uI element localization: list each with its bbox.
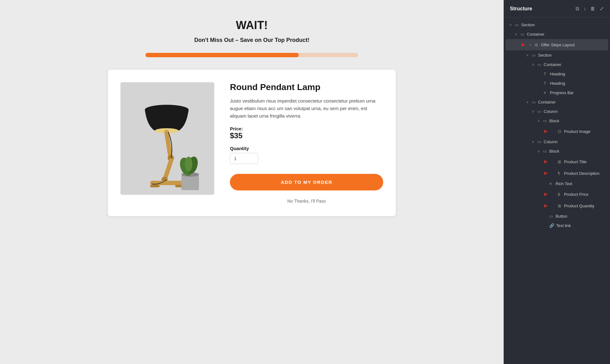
icon-product-quantity: ⊞ xyxy=(558,204,562,208)
product-title-text: Round Pendant Lamp xyxy=(230,82,383,92)
icon-block-2: ▭ xyxy=(543,149,547,154)
sidebar-header-icons: ⧉ ↓ 🗑 ⤢ xyxy=(576,6,604,12)
tree-item-product-title[interactable]: ➤⊞Product Title xyxy=(506,156,608,167)
red-arrow-product-quantity: ➤ xyxy=(543,202,548,209)
tree-item-section-2[interactable]: ∨▭Section xyxy=(506,51,608,60)
tree-item-block-1[interactable]: ∨▭Block xyxy=(506,116,608,125)
chevron-column-1: ∨ xyxy=(532,109,536,114)
label-block-1: Block xyxy=(549,119,559,123)
collapse-icon[interactable]: ⤢ xyxy=(600,6,604,12)
icon-block-1: ▭ xyxy=(543,119,547,123)
label-heading-2: Heading xyxy=(550,81,565,86)
icon-button: ▭ xyxy=(549,214,554,219)
tree-item-block-2[interactable]: ∨▭Block xyxy=(506,147,608,156)
tree-item-heading-1[interactable]: THeading xyxy=(506,69,608,78)
chevron-container-2: ∨ xyxy=(532,63,536,67)
product-info: Round Pendant Lamp Justo vestibulum risu… xyxy=(230,82,383,204)
tree-item-container-1[interactable]: ∨▭Container xyxy=(506,30,608,39)
price-value: $35 xyxy=(230,131,383,140)
tree-item-column-1[interactable]: ∨▭Column xyxy=(506,107,608,116)
icon-offer-steps: ⊞ xyxy=(535,43,539,47)
label-button: Button xyxy=(556,214,567,219)
red-arrow-product-image: ➤ xyxy=(543,128,548,135)
tree-item-container-2[interactable]: ∨▭Container xyxy=(506,60,608,69)
icon-product-price: $ xyxy=(558,192,562,197)
label-block-2: Block xyxy=(549,149,559,154)
chevron-block-1: ∨ xyxy=(537,119,541,123)
tree-item-product-description[interactable]: ➤¶Product Description xyxy=(506,168,608,179)
add-to-order-button[interactable]: ADD TO MY ORDER xyxy=(230,174,383,190)
delete-icon[interactable]: 🗑 xyxy=(590,6,595,12)
chevron-section-2: ∨ xyxy=(526,53,530,57)
copy-icon[interactable]: ⧉ xyxy=(576,6,579,12)
page-subtitle: Don't Miss Out – Save on Our Top Product… xyxy=(194,37,309,43)
label-product-description: Product Description xyxy=(564,171,599,176)
icon-section-2: ▭ xyxy=(532,53,536,58)
svg-point-15 xyxy=(185,157,192,172)
label-container-1: Container xyxy=(527,32,544,37)
icon-section-1: ▭ xyxy=(515,23,519,27)
red-arrow-offer-steps: ➤ xyxy=(521,41,525,48)
chevron-block-2: ∨ xyxy=(537,149,541,153)
price-section: Price: $35 xyxy=(230,126,383,142)
red-arrow-product-description: ➤ xyxy=(543,170,548,177)
chevron-section-1: ∨ xyxy=(509,23,513,27)
price-label: Price: xyxy=(230,126,383,131)
icon-rich-text: ≡ xyxy=(549,181,554,186)
progress-fill xyxy=(145,53,299,57)
label-container-3: Container xyxy=(538,100,556,104)
icon-progress-bar: ≡ xyxy=(544,90,548,95)
tree-item-button[interactable]: ▭Button xyxy=(506,212,608,221)
tree-item-product-quantity[interactable]: ➤⊞Product Quantity xyxy=(506,200,608,211)
no-thanks-link[interactable]: No Thanks, I'll Pass xyxy=(230,199,383,204)
tree-item-container-3[interactable]: ∨▭Container xyxy=(506,98,608,107)
label-product-price: Product Price xyxy=(564,192,588,197)
label-product-title: Product Title xyxy=(564,159,587,164)
tree: ∨▭Section∨▭Container➤∨⊞Offer Steps Layou… xyxy=(504,18,610,364)
progress-track xyxy=(145,53,358,57)
product-description-text: Justo vestibulum risus imperdiet consect… xyxy=(230,97,383,120)
tree-item-progress-bar[interactable]: ≡Progress Bar xyxy=(506,88,608,97)
chevron-offer-steps: ∨ xyxy=(529,43,533,47)
svg-rect-11 xyxy=(181,174,199,190)
icon-text-link: 🔗 xyxy=(549,223,554,228)
icon-container-1: ▭ xyxy=(521,32,525,37)
label-offer-steps: Offer Steps Layout xyxy=(541,43,575,47)
tree-item-section-1[interactable]: ∨▭Section xyxy=(506,20,608,29)
quantity-section: Quantity xyxy=(230,146,383,170)
tree-item-column-2[interactable]: ∨▭Column xyxy=(506,137,608,146)
sidebar-header: Structure ⧉ ↓ 🗑 ⤢ xyxy=(504,0,610,18)
icon-container-2: ▭ xyxy=(537,62,542,67)
tree-item-text-link[interactable]: 🔗Text link xyxy=(506,221,608,230)
progress-bar-container xyxy=(145,53,358,57)
label-progress-bar: Progress Bar xyxy=(550,90,574,95)
label-heading-1: Heading xyxy=(550,72,565,76)
page-title: WAIT! xyxy=(236,19,268,32)
sidebar: Structure ⧉ ↓ 🗑 ⤢ ∨▭Section∨▭Container➤∨… xyxy=(504,0,610,364)
tree-item-product-price[interactable]: ➤$Product Price xyxy=(506,189,608,200)
label-text-link: Text link xyxy=(556,223,571,228)
icon-product-image: ⊡ xyxy=(558,129,562,134)
icon-column-2: ▭ xyxy=(537,139,542,144)
tree-item-rich-text[interactable]: ≡Rich Text xyxy=(506,179,608,188)
sidebar-title: Structure xyxy=(510,6,532,12)
svg-rect-9 xyxy=(150,185,160,187)
icon-product-description: ¶ xyxy=(558,171,562,176)
icon-column-1: ▭ xyxy=(537,109,542,114)
tree-item-offer-steps[interactable]: ➤∨⊞Offer Steps Layout xyxy=(506,39,608,50)
tree-item-product-image[interactable]: ➤⊡Product Image xyxy=(506,126,608,137)
label-product-quantity: Product Quantity xyxy=(564,204,594,208)
label-product-image: Product Image xyxy=(564,129,591,134)
red-arrow-product-title: ➤ xyxy=(543,158,548,165)
download-icon[interactable]: ↓ xyxy=(583,6,586,12)
product-card: Round Pendant Lamp Justo vestibulum risu… xyxy=(108,70,396,216)
red-arrow-product-price: ➤ xyxy=(543,191,548,198)
label-section-2: Section xyxy=(538,53,552,58)
icon-container-3: ▭ xyxy=(532,100,536,104)
label-column-1: Column xyxy=(544,109,558,114)
chevron-container-1: ∨ xyxy=(515,32,519,36)
quantity-input[interactable] xyxy=(230,153,258,164)
tree-item-heading-2[interactable]: THeading xyxy=(506,79,608,88)
label-rich-text: Rich Text xyxy=(556,181,572,186)
label-section-1: Section xyxy=(521,23,535,27)
